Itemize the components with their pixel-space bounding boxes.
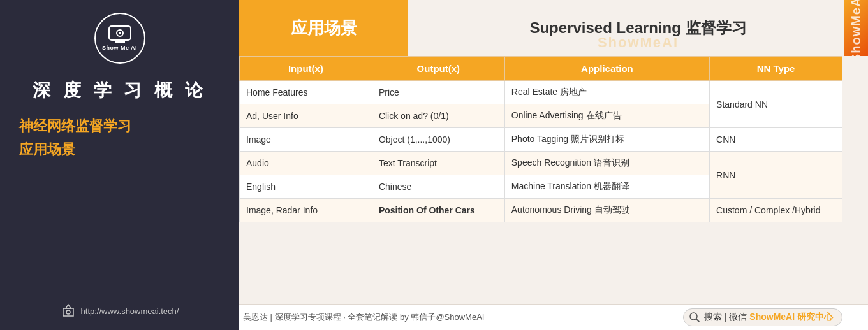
brand-vertical: ShowMeAI bbox=[849, 0, 864, 56]
col-header-nn-type: NN Type bbox=[710, 57, 842, 81]
cell-nn-type: RNN bbox=[710, 152, 842, 199]
cell-nn-type: Custom / Complex /Hybrid bbox=[710, 199, 842, 222]
cell-output: Object (1,...,1000) bbox=[372, 128, 504, 152]
logo: Show Me AI bbox=[94, 13, 145, 64]
table-container: Input(x) Output(x) Application NN Type H… bbox=[239, 56, 868, 304]
sidebar-subtitle2: 应用场景 bbox=[13, 140, 75, 159]
svg-point-5 bbox=[66, 310, 70, 314]
cell-application: Photo Tagging 照片识别打标 bbox=[504, 128, 709, 152]
cell-nn-type: Standard NN bbox=[710, 81, 842, 128]
table-row: Image, Radar Info Position Of Other Cars… bbox=[240, 199, 842, 222]
cell-input: Audio bbox=[240, 152, 372, 175]
cell-input: Image bbox=[240, 128, 372, 152]
sidebar-subtitle1: 神经网络监督学习 bbox=[13, 117, 131, 136]
cell-output: Chinese bbox=[372, 175, 504, 199]
col-header-output: Output(x) bbox=[372, 57, 504, 81]
link-icon bbox=[61, 303, 76, 319]
bottom-bar: 吴恩达 | 深度学习专项课程 · 全套笔记解读 by 韩信子@ShowMeAI … bbox=[239, 304, 868, 330]
cell-application: Online Advertising 在线广告 bbox=[504, 104, 709, 128]
cell-input: Ad, User Info bbox=[240, 104, 372, 128]
footnote-text: 吴恩达 | 深度学习专项课程 · 全套笔记解读 by 韩信子@ShowMeAI bbox=[243, 312, 484, 323]
table-row: Image Object (1,...,1000) Photo Tagging … bbox=[240, 128, 842, 152]
cell-application: Speech Recognition 语音识别 bbox=[504, 152, 709, 175]
cell-input: Image, Radar Info bbox=[240, 199, 372, 222]
cell-output: Click on ad? (0/1) bbox=[372, 104, 504, 128]
cell-input: Home Features bbox=[240, 81, 372, 104]
table-row: Home Features Price Real Estate 房地产 Stan… bbox=[240, 81, 842, 104]
website-url[interactable]: http://www.showmeai.tech/ bbox=[81, 306, 179, 316]
header-left-box: 应用场景 bbox=[239, 0, 408, 56]
header-row: 应用场景 ShowMeAI Supervised Learning 监督学习 S… bbox=[239, 0, 868, 56]
cell-application: Autonomous Driving 自动驾驶 bbox=[504, 199, 709, 222]
sidebar: Show Me AI 深 度 学 习 概 论 神经网络监督学习 应用场景 htt… bbox=[0, 0, 239, 330]
search-icon bbox=[689, 312, 700, 323]
cell-nn-type: CNN bbox=[710, 128, 842, 152]
search-badge[interactable]: 搜索 | 微信 ShowMeAI 研究中心 bbox=[683, 308, 842, 326]
svg-line-7 bbox=[696, 319, 700, 322]
header-right-box: ShowMeAI Supervised Learning 监督学习 bbox=[408, 0, 868, 56]
cell-output: Text Transcript bbox=[372, 152, 504, 175]
cell-input: English bbox=[240, 175, 372, 199]
cell-output: Position Of Other Cars bbox=[372, 199, 504, 222]
svg-point-2 bbox=[119, 32, 121, 34]
sidebar-footer: http://www.showmeai.tech/ bbox=[61, 303, 179, 324]
col-header-application: Application bbox=[504, 57, 709, 81]
cell-output: Price bbox=[372, 81, 504, 104]
sidebar-main-title: 深 度 学 习 概 论 bbox=[33, 78, 207, 103]
main-table: Input(x) Output(x) Application NN Type H… bbox=[239, 56, 842, 222]
col-header-input: Input(x) bbox=[240, 57, 372, 81]
cell-application: Machine Translation 机器翻译 bbox=[504, 175, 709, 199]
header-left-label: 应用场景 bbox=[291, 17, 357, 39]
showmeai-icon bbox=[108, 25, 131, 43]
table-header-row: Input(x) Output(x) Application NN Type bbox=[240, 57, 842, 81]
search-badge-label: 搜索 | 微信 ShowMeAI 研究中心 bbox=[704, 312, 833, 323]
cell-application: Real Estate 房地产 bbox=[504, 81, 709, 104]
logo-label: Show Me AI bbox=[102, 45, 137, 51]
table-row: Audio Text Transcript Speech Recognition… bbox=[240, 152, 842, 175]
brand-stripe: ShowMeAI bbox=[844, 0, 868, 56]
main-content: 应用场景 ShowMeAI Supervised Learning 监督学习 S… bbox=[239, 0, 868, 330]
header-right-label: Supervised Learning 监督学习 bbox=[529, 18, 746, 38]
